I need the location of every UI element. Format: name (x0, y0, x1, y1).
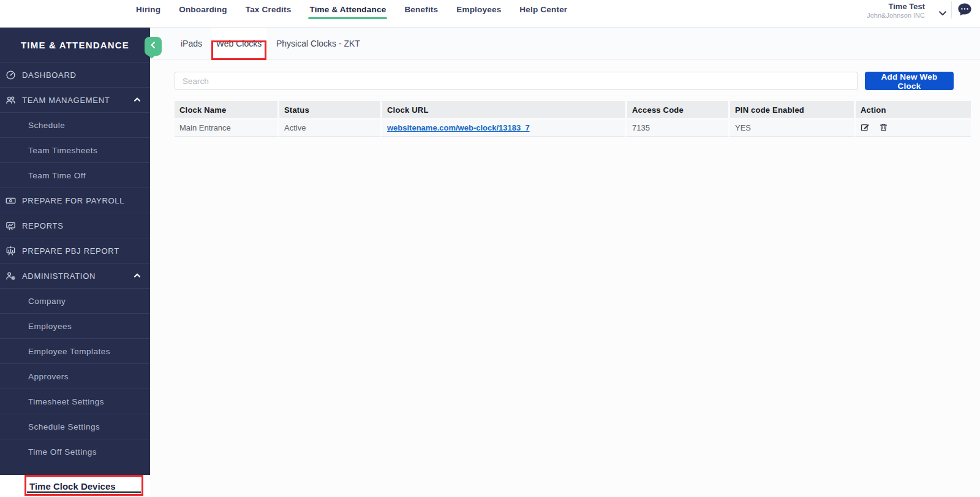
sidebar-item-label: Employees (28, 322, 72, 331)
column-header-clock-name: Clock Name (175, 101, 277, 118)
edit-icon[interactable] (861, 123, 870, 134)
tab-bar: iPads Web Clocks Physical Clocks - ZKT (150, 28, 980, 59)
cell-access-code: 7135 (625, 118, 728, 137)
sidebar-item-timesheet-settings[interactable]: Timesheet Settings (0, 389, 150, 414)
user-company: John&Johnson INC (867, 12, 925, 20)
sidebar-item-company[interactable]: Company (0, 288, 150, 313)
tab-physical-clocks-zkt[interactable]: Physical Clocks - ZKT (276, 28, 360, 59)
sidebar-item-time-off-settings[interactable]: Time Off Settings (0, 439, 150, 464)
sidebar-item-team-timesheets[interactable]: Team Timesheets (0, 137, 150, 162)
sidebar-item-approvers[interactable]: Approvers (0, 363, 150, 389)
web-clocks-table: Clock Name Status Clock URL Access Code … (175, 101, 971, 137)
sidebar-item-label: Company (28, 297, 66, 306)
sidebar-item-schedule[interactable]: Schedule (0, 112, 150, 137)
tab-web-clocks[interactable]: Web Clocks (211, 28, 266, 59)
sidebar-item-prepare-pbj-report[interactable]: PREPARE PBJ REPORT (0, 238, 150, 263)
sidebar-title: TIME & ATTENDANCE (0, 28, 150, 62)
sidebar-item-team-management[interactable]: TEAM MANAGEMENT (0, 87, 150, 112)
sidebar-item-label: Employee Templates (28, 347, 110, 356)
nav-item-help-center[interactable]: Help Center (519, 5, 567, 14)
table-row: Main Entrance Active websitename.com/web… (175, 118, 971, 137)
cell-status: Active (277, 118, 380, 137)
sidebar-item-label: DASHBOARD (22, 70, 77, 80)
top-bar: Hiring Onboarding Tax Credits Time & Att… (0, 0, 980, 28)
search-input[interactable] (175, 72, 858, 90)
sidebar-item-reports[interactable]: REPORTS (0, 213, 150, 238)
main-content: iPads Web Clocks Physical Clocks - ZKT A… (150, 28, 980, 497)
column-header-action: Action (854, 101, 971, 118)
user-name: Time Test (867, 2, 925, 12)
chevron-down-icon[interactable] (938, 8, 947, 19)
sidebar-item-label: REPORTS (22, 221, 64, 230)
chevron-left-icon (149, 40, 158, 52)
nav-item-benefits[interactable]: Benefits (404, 5, 438, 14)
sidebar-item-employee-templates[interactable]: Employee Templates (0, 338, 150, 363)
team-icon (6, 95, 16, 105)
sidebar-item-label: Approvers (28, 372, 69, 381)
topbar-divider (951, 1, 952, 18)
add-new-web-clock-button[interactable]: Add New Web Clock (865, 72, 954, 90)
clock-url-link[interactable]: websitename.com/web-clock/13183_7 (387, 123, 530, 132)
column-header-access-code: Access Code (625, 101, 728, 118)
sidebar-item-prepare-for-payroll[interactable]: PREPARE FOR PAYROLL (0, 188, 150, 213)
cell-clock-name: Main Entrance (175, 118, 277, 137)
nav-item-onboarding[interactable]: Onboarding (179, 5, 227, 14)
cell-pin-code-enabled: YES (728, 118, 854, 137)
pbj-report-icon (6, 246, 16, 256)
sidebar-item-dashboard[interactable]: DASHBOARD (0, 62, 150, 87)
user-menu[interactable]: Time Test John&Johnson INC (867, 2, 925, 20)
sidebar-collapse-button[interactable] (145, 37, 162, 56)
sidebar-item-time-clock-devices[interactable]: Time Clock Devices (0, 475, 150, 497)
payroll-icon (6, 195, 16, 206)
column-header-clock-url: Clock URL (380, 101, 625, 118)
sidebar-item-label: Time Off Settings (28, 447, 97, 457)
chevron-up-icon (133, 271, 141, 281)
column-header-pin-code-enabled: PIN code Enabled (728, 101, 854, 118)
trash-icon[interactable] (879, 123, 888, 134)
sidebar-item-label: PREPARE PBJ REPORT (22, 246, 119, 256)
tab-ipads[interactable]: iPads (181, 28, 202, 59)
nav-item-tax-credits[interactable]: Tax Credits (246, 5, 292, 14)
active-item-underline (27, 491, 141, 493)
sidebar-item-label: Time Clock Devices (29, 481, 116, 491)
sidebar-item-label: Team Time Off (28, 171, 86, 180)
sidebar-item-label: Team Timesheets (28, 146, 97, 155)
table-header-row: Clock Name Status Clock URL Access Code … (175, 101, 971, 118)
top-nav: Hiring Onboarding Tax Credits Time & Att… (136, 0, 567, 18)
chat-bubble-icon[interactable] (957, 2, 973, 18)
cell-clock-url: websitename.com/web-clock/13183_7 (380, 118, 625, 137)
sidebar-item-administration[interactable]: ADMINISTRATION (0, 263, 150, 288)
cell-action (854, 118, 971, 137)
sidebar-item-label: Timesheet Settings (28, 397, 104, 406)
reports-icon (6, 221, 16, 231)
gauge-icon (6, 70, 16, 80)
sidebar-item-schedule-settings[interactable]: Schedule Settings (0, 414, 150, 439)
nav-item-employees[interactable]: Employees (456, 5, 501, 14)
sidebar: TIME & ATTENDANCE DASHBOARD TEAM MANAGEM… (0, 28, 150, 475)
sidebar-item-team-time-off[interactable]: Team Time Off (0, 162, 150, 188)
sidebar-item-label: ADMINISTRATION (22, 271, 96, 281)
sidebar-item-label: PREPARE FOR PAYROLL (22, 196, 124, 205)
chevron-up-icon (133, 95, 141, 105)
sidebar-item-label: Schedule Settings (28, 422, 100, 431)
nav-item-hiring[interactable]: Hiring (136, 5, 160, 14)
column-header-status: Status (277, 101, 380, 118)
sidebar-item-label: Schedule (28, 121, 65, 130)
administration-icon (6, 271, 16, 281)
sidebar-item-employees[interactable]: Employees (0, 313, 150, 338)
sidebar-item-label: TEAM MANAGEMENT (22, 96, 110, 105)
nav-item-time-attendance[interactable]: Time & Attendance (309, 5, 386, 14)
